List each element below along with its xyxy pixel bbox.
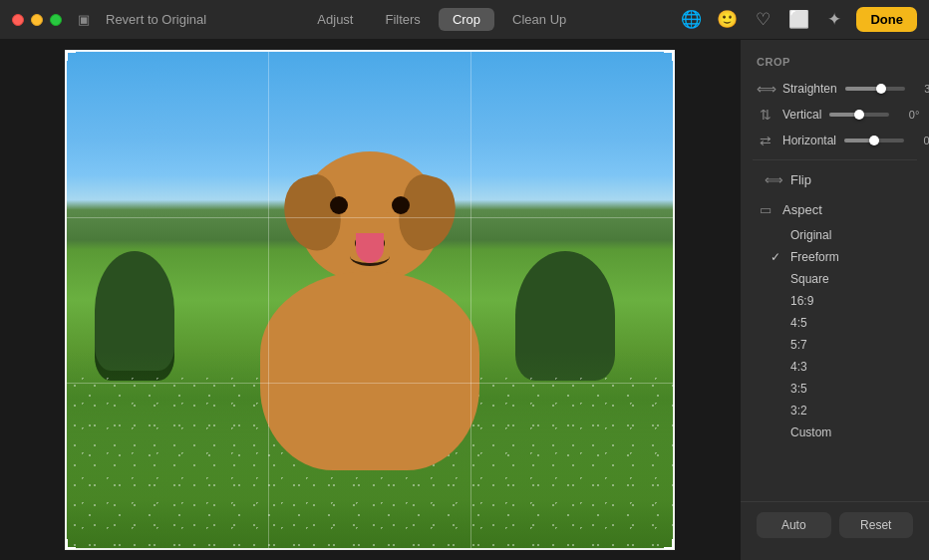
flip-icon: ⟺ — [765, 172, 782, 187]
auto-button[interactable]: Auto — [757, 512, 831, 538]
dog-head — [300, 151, 440, 281]
aspect-section: ▭ Aspect Original ✓ Freeform Square 16:9 — [741, 193, 929, 449]
horizontal-label: Horizontal — [782, 134, 836, 147]
sidebar-section-title: CROP — [741, 52, 929, 76]
nav-tabs: Adjust Filters Crop Clean Up — [303, 8, 580, 31]
horizontal-value: 0° — [912, 135, 929, 146]
dog-eye-left — [330, 196, 348, 214]
aspect-option-original[interactable]: Original — [749, 224, 921, 246]
minimize-button[interactable] — [31, 14, 43, 26]
aspect-option-5-7[interactable]: 5:7 — [749, 334, 921, 356]
emoji-icon-button[interactable]: 🙂 — [713, 6, 741, 34]
checkmark-icon: ✓ — [771, 250, 780, 264]
share-icon-button[interactable]: ⬜ — [784, 6, 812, 34]
straighten-label: Straighten — [782, 82, 837, 96]
sidebar-toggle-button[interactable]: ▣ — [74, 10, 94, 29]
traffic-lights — [12, 14, 62, 26]
aspect-option-3-2[interactable]: 3:2 — [749, 400, 921, 421]
revert-to-original-button[interactable]: Revert to Original — [106, 12, 206, 27]
titlebar: ▣ Revert to Original Adjust Filters Crop… — [0, 0, 929, 40]
heart-icon-button[interactable]: ♡ — [749, 6, 776, 34]
aspect-options: Original ✓ Freeform Square 16:9 4:5 5:7 — [741, 222, 929, 445]
aspect-option-3-5[interactable]: 3:5 — [749, 378, 921, 400]
dog-body — [260, 271, 479, 470]
sidebar-bottom: Auto Reset — [741, 501, 929, 548]
aspect-option-4-3[interactable]: 4:3 — [749, 356, 921, 378]
done-button[interactable]: Done — [856, 7, 917, 32]
straighten-slider-container[interactable] — [845, 87, 905, 91]
main-content: CROP ⟺ Straighten 3° ⇅ Vertical — [0, 40, 929, 560]
tab-cleanup[interactable]: Clean Up — [498, 8, 580, 31]
close-button[interactable] — [12, 14, 24, 26]
horizontal-icon: ⇄ — [757, 133, 774, 148]
tools-icon-button[interactable]: ✦ — [820, 6, 848, 34]
straighten-control: ⟺ Straighten 3° — [741, 76, 929, 102]
vertical-label: Vertical — [782, 108, 821, 122]
aspect-option-square[interactable]: Square — [749, 268, 921, 290]
vertical-slider[interactable] — [829, 113, 889, 117]
vertical-control: ⇅ Vertical 0° — [741, 102, 929, 128]
divider-1 — [753, 159, 917, 160]
flip-item[interactable]: ⟺ Flip — [749, 167, 921, 192]
vertical-slider-thumb[interactable] — [854, 110, 864, 120]
photo-area — [0, 40, 740, 560]
vertical-icon: ⇅ — [757, 107, 774, 123]
sidebar: CROP ⟺ Straighten 3° ⇅ Vertical — [740, 40, 929, 560]
aspect-option-16-9[interactable]: 16:9 — [749, 290, 921, 312]
dog-figure — [230, 151, 509, 470]
aspect-option-custom[interactable]: Custom — [749, 421, 921, 443]
straighten-icon: ⟺ — [757, 81, 774, 97]
straighten-slider[interactable] — [845, 87, 905, 91]
tab-filters[interactable]: Filters — [371, 8, 434, 31]
photo-container[interactable] — [65, 50, 675, 550]
aspect-icon: ▭ — [757, 202, 774, 217]
maximize-button[interactable] — [50, 14, 62, 26]
window-controls: ▣ — [74, 10, 94, 29]
aspect-header[interactable]: ▭ Aspect — [741, 197, 929, 222]
aspect-option-4-5[interactable]: 4:5 — [749, 312, 921, 334]
horizontal-slider-container[interactable] — [844, 139, 904, 142]
dog-eye-right — [392, 196, 410, 214]
aspect-label: Aspect — [782, 202, 822, 217]
globe-icon-button[interactable]: 🌐 — [677, 6, 705, 34]
horizontal-slider[interactable] — [844, 139, 904, 142]
horizontal-control: ⇄ Horizontal 0° — [741, 128, 929, 153]
reset-button[interactable]: Reset — [839, 512, 914, 538]
toolbar-right: 🌐 🙂 ♡ ⬜ ✦ Done — [677, 6, 917, 34]
dog-mouth — [350, 246, 390, 266]
vertical-value: 0° — [897, 109, 919, 121]
straighten-slider-thumb[interactable] — [876, 84, 886, 94]
photo-image — [65, 50, 675, 550]
tab-crop[interactable]: Crop — [439, 8, 494, 31]
horizontal-slider-thumb[interactable] — [869, 136, 879, 145]
flip-label: Flip — [790, 172, 811, 187]
aspect-option-freeform[interactable]: ✓ Freeform — [749, 246, 921, 268]
tab-adjust[interactable]: Adjust — [303, 8, 367, 31]
straighten-value: 3° — [913, 83, 929, 95]
vertical-slider-container[interactable] — [829, 113, 889, 117]
dog-tongue — [356, 233, 384, 263]
